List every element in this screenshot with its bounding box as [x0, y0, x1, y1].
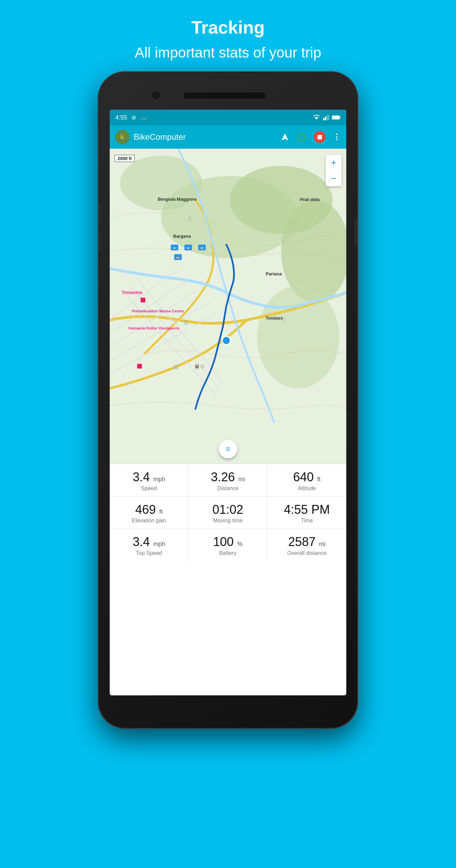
transit-icon-2: 🚌 [184, 245, 192, 250]
phone-screen: 4:55 ⚙ 🚲 [110, 110, 346, 695]
stat-top-speed-value: 3.4 mph [113, 535, 185, 549]
settings-icon: ⚙ [131, 114, 136, 121]
record-button[interactable] [314, 131, 325, 143]
stat-battery: 100 % Battery [189, 529, 267, 561]
food-icon-1: 🍴 [187, 215, 194, 222]
shop-icon-1: 🛒 [183, 319, 189, 325]
stat-speed: 3.4 mph Speed [110, 464, 189, 497]
zoom-controls: + − [326, 155, 341, 186]
map-area[interactable]: 2000 ft Bergiola Maggiore Bargana Parian… [110, 149, 346, 464]
stat-top-speed-unit: mph [153, 541, 165, 547]
status-bar: 4:55 ⚙ 🚲 [110, 110, 346, 125]
stat-moving-time-value: 01:02 [192, 503, 264, 517]
stat-battery-unit: % [237, 541, 243, 547]
stat-elevation-value: 469 ft [113, 503, 185, 517]
volume-down-button[interactable] [98, 232, 101, 251]
stat-distance-unit: mi [238, 476, 245, 483]
scale-bar: 2000 ft [115, 155, 135, 162]
stats-grid: 3.4 mph Speed 3.26 mi Distance 640 ft Al… [110, 464, 346, 561]
page-title: Tracking [135, 17, 321, 38]
app-title: BikeComputer [134, 132, 281, 142]
svg-point-12 [120, 156, 202, 210]
stat-altitude-unit: ft [317, 476, 321, 483]
page-header: Tracking All important stats of your tri… [135, 0, 321, 68]
transit-icon-1: 🚌 [171, 245, 178, 250]
stat-top-speed: 3.4 mph Top Speed [110, 529, 189, 561]
stat-elevation: 469 ft Elevation gain [110, 497, 189, 529]
volume-up-button[interactable] [98, 205, 101, 225]
menu-fab-button[interactable]: ≡ [219, 440, 237, 458]
transit-icon-3: 🚌 [198, 245, 206, 250]
app-actions: ⋮ [281, 131, 341, 143]
svg-rect-4 [328, 115, 329, 120]
svg-marker-0 [314, 117, 319, 120]
stat-speed-label: Speed [113, 485, 185, 492]
page-subtitle: All important stats of your trip [135, 45, 321, 61]
svg-rect-1 [323, 118, 324, 120]
stat-top-speed-label: Top Speed [113, 550, 185, 556]
stat-time-value: 4:55 PM [271, 503, 343, 517]
svg-point-14 [257, 286, 339, 388]
power-button[interactable] [355, 219, 358, 246]
phone-wrapper: 4:55 ⚙ 🚲 [98, 71, 358, 729]
svg-rect-7 [332, 116, 339, 119]
stat-battery-value: 100 % [192, 535, 264, 549]
app-logo: 🚴 [115, 130, 130, 144]
status-right [313, 115, 341, 120]
wifi-icon [313, 115, 320, 120]
stat-battery-label: Battery [192, 550, 264, 556]
stat-overall-unit: mi [319, 541, 326, 547]
poi-icon-1 [141, 298, 145, 302]
bike-icon: 🚲 [140, 114, 147, 121]
stat-overall-label: Overall distance [271, 550, 343, 556]
transit-icon-4: 🚌 [174, 254, 182, 260]
stat-time-label: Time [271, 518, 343, 524]
zoom-in-button[interactable]: + [326, 155, 341, 171]
svg-marker-8 [281, 134, 288, 140]
map-background [110, 149, 346, 464]
svg-rect-2 [325, 117, 326, 120]
stat-distance: 3.26 mi Distance [189, 464, 267, 497]
tracking-icon[interactable] [297, 132, 306, 142]
stat-time: 4:55 PM Time [267, 497, 346, 529]
more-options-icon[interactable]: ⋮ [333, 133, 341, 141]
zoom-out-button[interactable]: − [326, 171, 341, 186]
svg-rect-6 [339, 117, 340, 118]
svg-point-23 [222, 336, 230, 345]
stat-speed-value: 3.4 mph [113, 470, 185, 484]
stat-altitude-value: 640 ft [271, 470, 343, 484]
stat-altitude: 640 ft Altitude [267, 464, 346, 497]
stat-overall-value: 2587 mi [271, 535, 343, 549]
shop-icon-2: 🛒 [173, 364, 179, 369]
stat-distance-label: Distance [192, 485, 264, 492]
stat-moving-time: 01:02 Moving time [189, 497, 267, 529]
stat-elevation-label: Elevation gain [113, 518, 185, 524]
stat-speed-unit: mph [153, 476, 165, 483]
signal-icon [323, 115, 329, 120]
food-icon-2: 🍴 [280, 316, 287, 322]
stat-distance-value: 3.26 mi [192, 470, 264, 484]
front-camera [151, 90, 161, 100]
stat-overall-distance: 2587 mi Overall distance [267, 529, 346, 561]
stat-moving-time-label: Moving time [192, 518, 264, 524]
speaker-grill [183, 92, 266, 99]
status-left: 4:55 ⚙ 🚲 [115, 114, 147, 121]
svg-rect-3 [326, 115, 328, 120]
app-bar: 🚴 BikeComputer ⋮ [110, 125, 346, 149]
stat-altitude-label: Altitude [271, 485, 343, 492]
app-logo-icon: 🚴 [118, 133, 127, 141]
stat-elevation-unit: ft [159, 508, 163, 515]
record-square-icon [317, 135, 322, 139]
navigate-icon[interactable] [281, 133, 289, 141]
building-icon-2: ⬡ [201, 364, 204, 369]
poi-icon-2 [137, 364, 142, 369]
scale-label: 2000 ft [118, 156, 132, 161]
battery-icon [332, 115, 341, 120]
status-time: 4:55 [115, 114, 127, 121]
building-icon-1: 🏛 [195, 364, 200, 369]
